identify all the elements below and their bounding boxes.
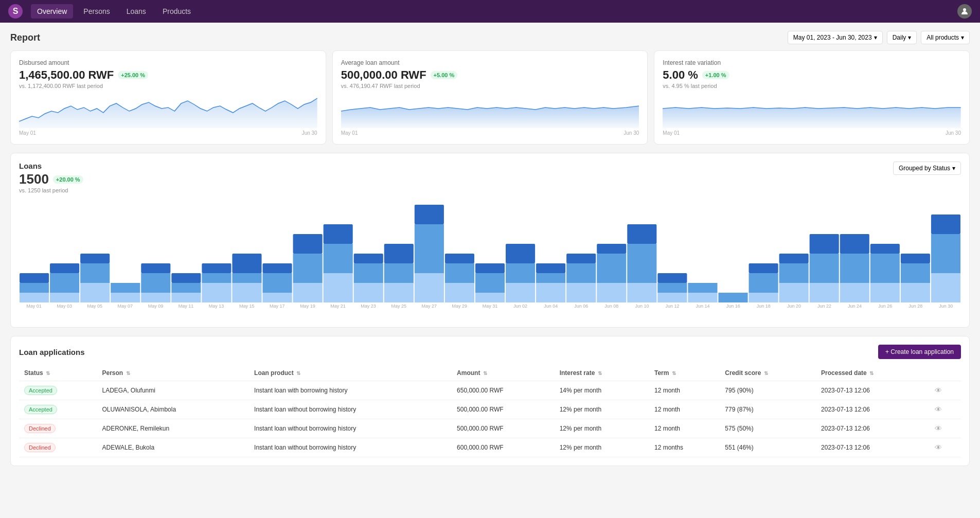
interest-rate-sub: vs. 4.95 % last period	[663, 83, 961, 89]
cell-term: 12 month	[649, 400, 720, 419]
svg-rect-32	[324, 273, 353, 302]
svg-rect-70	[749, 273, 778, 293]
chevron-down-icon: ▾	[908, 34, 911, 41]
view-icon[interactable]: 👁	[935, 424, 942, 433]
bar-x-label: May 11	[171, 303, 201, 309]
bar-x-label: Jun 04	[536, 303, 566, 309]
disbursed-sub: vs. 1,172,400.00 RWF last period	[19, 83, 317, 89]
nav-overview[interactable]: Overview	[31, 4, 73, 19]
interest-rate-chart-dates: May 01 Jun 30	[663, 130, 961, 136]
view-icon[interactable]: 👁	[935, 443, 942, 452]
svg-rect-27	[293, 234, 323, 254]
svg-rect-7	[80, 254, 110, 263]
date-range-picker[interactable]: May 01, 2023 - Jun 30, 2023 ▾	[788, 31, 883, 44]
svg-rect-54	[566, 254, 596, 263]
bar-x-label: May 07	[110, 303, 140, 309]
table-row: Declined ADERONKE, Remilekun Instant loa…	[19, 419, 961, 438]
cell-person: OLUWANISOLA, Abimbola	[97, 400, 250, 419]
svg-rect-46	[475, 273, 505, 293]
svg-rect-47	[475, 293, 505, 302]
sort-icon: ⇅	[296, 370, 300, 376]
view-icon[interactable]: 👁	[935, 405, 942, 414]
bar-x-label: May 21	[323, 303, 353, 309]
cell-view: 👁	[930, 419, 961, 438]
cell-interest: 12% per month	[555, 400, 649, 419]
svg-rect-35	[354, 283, 383, 302]
table-head: Status ⇅ Person ⇅ Loan product ⇅ Amount …	[19, 365, 961, 381]
svg-rect-81	[870, 244, 900, 254]
table-row: Accepted OLUWANISOLA, Abimbola Instant l…	[19, 400, 961, 419]
nav-persons[interactable]: Persons	[77, 4, 116, 19]
cell-product: Instant loan without borrowing history	[249, 400, 452, 419]
cell-amount: 600,000.00 RWF	[452, 438, 555, 457]
svg-rect-59	[597, 283, 626, 302]
sort-icon: ⇅	[483, 370, 487, 376]
view-icon[interactable]: 👁	[935, 386, 942, 395]
svg-rect-41	[415, 273, 444, 302]
cell-date: 2023-07-13 12:06	[816, 400, 929, 419]
product-filter[interactable]: All products ▾	[921, 31, 970, 44]
bar-x-label: May 29	[444, 303, 474, 309]
bar-x-label: Jun 28	[901, 303, 931, 309]
cell-product: Instant loan with borrowing history	[249, 381, 452, 400]
svg-rect-25	[263, 273, 292, 293]
cell-term: 12 months	[649, 438, 720, 457]
bar-x-labels: May 01May 03May 05May 07May 09May 11May …	[19, 303, 961, 309]
svg-rect-9	[80, 283, 110, 302]
bar-x-label: May 15	[232, 303, 262, 309]
nav-loans[interactable]: Loans	[120, 4, 152, 19]
svg-rect-74	[779, 283, 809, 302]
loan-applications-table: Status ⇅ Person ⇅ Loan product ⇅ Amount …	[19, 365, 961, 457]
cell-amount: 500,000.00 RWF	[452, 419, 555, 438]
svg-rect-68	[718, 293, 747, 302]
svg-rect-28	[293, 254, 323, 283]
cell-amount: 650,000.00 RWF	[452, 381, 555, 400]
bar-x-label: May 01	[19, 303, 49, 309]
interest-rate-value: 5.00 %	[663, 68, 698, 82]
disbursed-amount-card: Disbursed amount 1,465,500.00 RWF +25.00…	[10, 50, 326, 145]
status-badge: Declined	[24, 443, 56, 452]
cell-status: Declined	[19, 419, 97, 438]
chevron-down-icon: ▾	[952, 165, 955, 172]
loans-section-header: Loans 1500 +20.00 % vs. 1250 last period…	[19, 162, 961, 193]
chevron-down-icon: ▾	[961, 34, 964, 41]
cell-view: 👁	[930, 400, 961, 419]
col-date: Processed date ⇅	[816, 365, 929, 381]
cell-credit: 795 (90%)	[720, 381, 816, 400]
svg-rect-31	[324, 244, 353, 273]
svg-rect-33	[354, 254, 383, 263]
svg-rect-14	[141, 293, 170, 302]
avg-loan-chart	[341, 93, 639, 129]
nav-products[interactable]: Products	[156, 4, 197, 19]
cell-status: Accepted	[19, 381, 97, 400]
period-picker[interactable]: Daily ▾	[887, 31, 917, 44]
cell-view: 👁	[930, 381, 961, 400]
cell-product: Instant loan without borrowing history	[249, 438, 452, 457]
svg-rect-88	[931, 234, 960, 273]
table-row: Accepted LADEGA, Olufunmi Instant loan w…	[19, 381, 961, 400]
svg-rect-6	[50, 293, 79, 302]
svg-rect-72	[779, 254, 809, 263]
create-loan-button[interactable]: + Create loan application	[878, 345, 961, 359]
svg-rect-8	[80, 263, 110, 283]
bar-x-label: May 17	[262, 303, 292, 309]
interest-rate-card: Interest rate variation 5.00 % +1.00 % v…	[654, 50, 970, 145]
group-by-button[interactable]: Grouped by Status ▾	[893, 162, 961, 175]
main-content: Report May 01, 2023 - Jun 30, 2023 ▾ Dai…	[0, 23, 980, 474]
bar-x-label: May 27	[414, 303, 444, 309]
cell-date: 2023-07-13 12:06	[816, 438, 929, 457]
bar-x-label: Jun 14	[688, 303, 718, 309]
status-badge: Accepted	[24, 386, 57, 395]
col-interest: Interest rate ⇅	[555, 365, 649, 381]
user-avatar[interactable]	[957, 4, 972, 19]
svg-rect-1	[20, 273, 49, 283]
col-status: Status ⇅	[19, 365, 97, 381]
svg-rect-57	[597, 244, 626, 254]
col-amount: Amount ⇅	[452, 365, 555, 381]
svg-rect-50	[506, 283, 535, 302]
svg-rect-51	[536, 263, 565, 273]
svg-rect-84	[901, 254, 930, 263]
loans-count: 1500	[19, 171, 49, 187]
loans-sub: vs. 1250 last period	[19, 187, 893, 193]
bar-x-label: Jun 22	[809, 303, 839, 309]
